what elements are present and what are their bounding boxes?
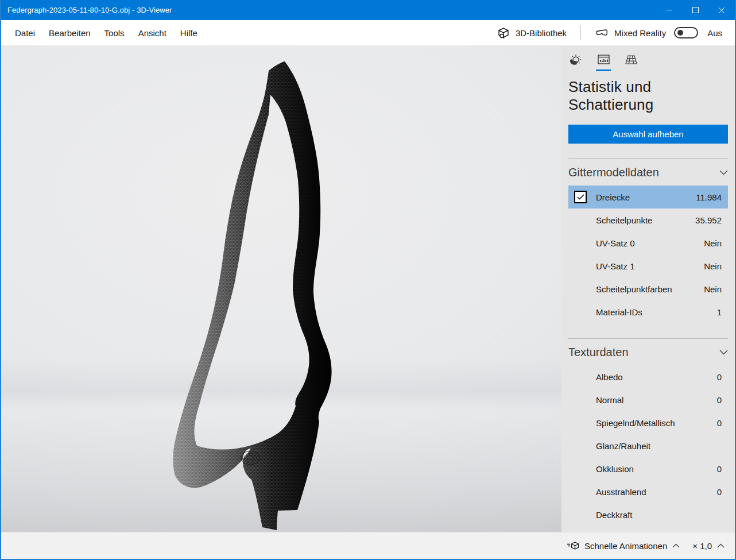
tab-statistics[interactable] [596,53,611,71]
row-label: Material-IDs [596,307,717,317]
3d-model-feather-ribbon[interactable] [1,46,561,532]
row-value: 35.952 [695,215,722,225]
section-title: Texturdaten [568,346,629,359]
section-title: Gittermodelldaten [568,166,659,179]
stat-row-glanz-rauheit[interactable]: Glanz/Rauheit [568,434,728,457]
minimize-icon [666,7,672,13]
tab-lighting[interactable] [568,53,583,71]
mixed-reality-toggle[interactable] [674,27,698,38]
toggle-knob [677,30,683,36]
3d-library-button[interactable]: 3D-Bibliothek [497,26,567,40]
maximize-button[interactable] [682,0,708,20]
window-title: Federgraph-2023-05-11-80-10-G.obj - 3D-V… [1,6,172,14]
minimize-button[interactable] [656,0,682,20]
row-label: Albedo [596,372,717,382]
separator [580,25,581,40]
stat-row-normal[interactable]: Normal0 [568,388,728,411]
row-label: Glanz/Rauheit [596,441,722,451]
row-value: 11.984 [696,192,722,202]
menu-list: DateiBearbeitenToolsAnsichtHilfe [1,25,204,41]
mixed-reality-state: Aus [707,28,722,38]
statusbar: Schnelle Animationen × 1,0 [1,532,735,559]
row-label: Okklusion [596,464,717,474]
chevron-down-icon [719,170,728,175]
panel-sections: GittermodelldatenDreiecke11.984Scheitelp… [568,159,728,532]
chevron-up-icon [672,543,680,548]
row-label: Ausstrahlend [596,487,717,497]
chevron-up-icon [717,543,725,548]
section-header-texturdaten[interactable]: Texturdaten [568,339,728,365]
row-value: 0 [717,487,722,497]
cube-search-icon [497,26,510,40]
menu-ansicht[interactable]: Ansicht [131,25,173,41]
stat-row-ausstrahlend[interactable]: Ausstrahlend0 [568,480,728,503]
row-label: Scheitelpunkte [596,215,695,225]
row-value: Nein [704,261,722,271]
stat-row-albedo[interactable]: Albedo0 [568,365,728,388]
menu-tools[interactable]: Tools [98,25,131,41]
mixed-reality-goggles-icon [595,26,609,40]
fast-animations-label: Schnelle Animationen [584,541,667,551]
sun-icon [569,53,583,67]
section-header-gittermodelldaten[interactable]: Gittermodelldaten [568,159,728,186]
row-label: Spiegelnd/Metallisch [596,418,717,428]
grid-icon [624,53,638,67]
menu-bearbeiten[interactable]: Bearbeiten [42,25,98,41]
mixed-reality-label: Mixed Reality [614,28,666,38]
row-label: Scheitelpunktfarben [596,284,704,294]
row-label: UV-Satz 0 [596,238,704,248]
maximize-icon [692,7,699,13]
stat-row-deckkraft[interactable]: Deckkraft [568,503,728,526]
window-controls [656,0,735,20]
row-value: 1 [717,307,722,317]
3d-library-label: 3D-Bibliothek [516,28,567,38]
row-label: Deckkraft [596,510,722,520]
row-value: 0 [717,372,722,382]
row-label: UV-Satz 1 [596,261,704,271]
stat-row-scheitelpunktfarben[interactable]: ScheitelpunktfarbenNein [568,277,728,300]
row-value: Nein [704,284,722,294]
menubar: DateiBearbeitenToolsAnsichtHilfe 3D-Bibl… [1,20,735,46]
stat-row-spiegelnd-metallisch[interactable]: Spiegelnd/Metallisch0 [568,411,728,434]
checkmark-icon [577,194,584,200]
close-icon [718,7,725,14]
stat-row-material-ids[interactable]: Material-IDs1 [568,300,728,323]
menubar-right: 3D-Bibliothek Mixed Reality Aus [497,25,735,40]
row-label: Normal [596,395,717,405]
tab-grid[interactable] [623,53,638,71]
stat-row-okklusion[interactable]: Okklusion0 [568,457,728,480]
menu-datei[interactable]: Datei [8,25,42,41]
fast-animations-button[interactable]: Schnelle Animationen [566,539,680,552]
row-checkbox[interactable] [574,191,587,203]
clear-selection-button[interactable]: Auswahl aufheben [568,125,728,144]
close-button[interactable] [708,0,735,20]
row-value: Nein [704,238,722,248]
stat-row-scheitelpunkte[interactable]: Scheitelpunkte35.952 [568,208,728,231]
row-value: 0 [717,395,722,405]
chevron-down-icon [719,350,728,355]
row-value: 0 [717,418,722,428]
stat-row-uv-satz-1[interactable]: UV-Satz 1Nein [568,254,728,277]
mixed-reality-group: Mixed Reality Aus [595,26,722,40]
animation-speed-label: × 1,0 [692,541,712,551]
main-area: Statistik und Schattierung Auswahl aufhe… [1,46,735,532]
stat-row-dreiecke[interactable]: Dreiecke11.984 [568,186,728,208]
app-window: Federgraph-2023-05-11-80-10-G.obj - 3D-V… [0,0,736,560]
animation-cube-icon [566,539,579,552]
statistics-icon [596,53,611,67]
titlebar[interactable]: Federgraph-2023-05-11-80-10-G.obj - 3D-V… [1,0,735,20]
stat-row-grundfarbe[interactable]: Grundfarbe [568,526,728,532]
menu-hilfe[interactable]: Hilfe [173,25,204,41]
statistics-panel: Statistik und Schattierung Auswahl aufhe… [561,46,735,532]
panel-tabs [568,46,728,71]
stat-row-uv-satz-0[interactable]: UV-Satz 0Nein [568,231,728,254]
row-value: 0 [717,464,722,474]
panel-title: Statistik und Schattierung [568,78,728,114]
3d-viewport[interactable] [1,46,561,532]
animation-speed-button[interactable]: × 1,0 [692,541,725,551]
row-label: Dreiecke [596,192,696,202]
